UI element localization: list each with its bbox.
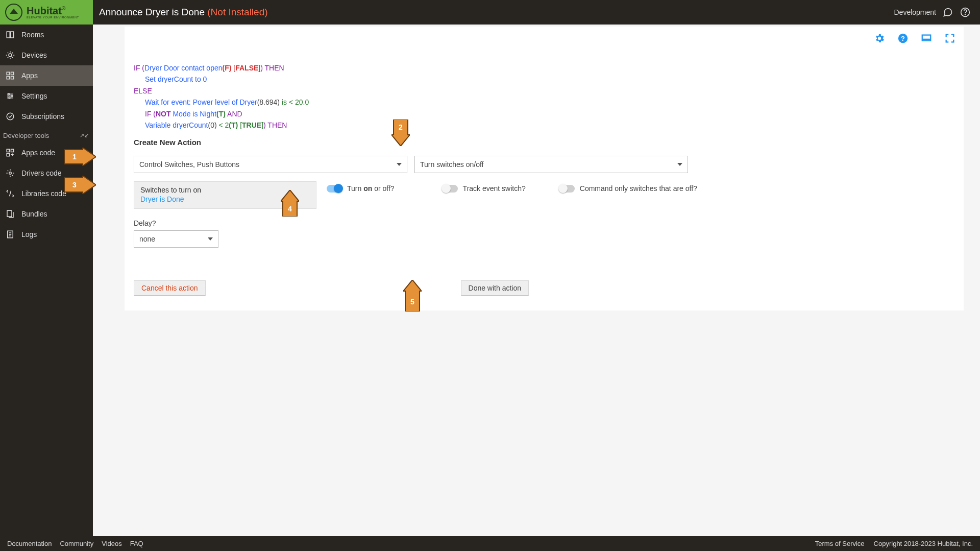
footer-link-documentation[interactable]: Documentation [7,540,52,547]
switches-panel[interactable]: Switches to turn on Dryer is Done [134,181,316,209]
chevron-down-icon [397,163,402,166]
sidebar-item-label: Rooms [21,31,44,39]
select-value: none [139,235,155,243]
help-icon[interactable]: ? [897,33,909,44]
sidebar-item-label: Apps [21,71,38,80]
sidebar-item-label: Bundles [21,210,47,218]
sidebar-item-logs[interactable]: Logs [0,224,93,245]
panel-value: Dryer is Done [140,195,310,203]
dev-tools-header[interactable]: Developer tools ↗↙ [0,127,93,142]
settings-icon [5,91,15,101]
chat-icon[interactable] [942,7,953,18]
page-title: Announce Dryer is Done (Not Installed) [99,7,268,18]
svg-rect-13 [7,149,9,152]
sidebar-item-subscriptions[interactable]: Subscriptions [0,106,93,127]
svg-rect-5 [7,72,9,75]
sidebar-item-label: Settings [21,92,47,100]
footer-link-faq[interactable]: FAQ [130,540,143,547]
svg-rect-3 [11,32,14,38]
devices-icon [5,50,15,60]
footer-tos[interactable]: Terms of Service [815,540,865,547]
sidebar-item-label: Apps code [21,149,55,157]
sidebar-item-label: Libraries code [21,189,66,198]
svg-rect-7 [7,77,9,79]
bundles-icon [5,209,15,219]
done-action-button[interactable]: Done with action [461,280,529,296]
card-tools: ? [874,33,955,44]
action-subtype-select[interactable]: Turn switches on/off [414,156,688,173]
svg-point-10 [11,95,13,97]
panel-title: Switches to turn on [140,186,310,194]
on-off-label: Turn on or off? [347,184,395,193]
logo-wordmark: Hubitat® [27,6,79,16]
rooms-icon [5,30,15,40]
svg-rect-15 [7,154,9,156]
track-event-label: Track event switch? [463,184,526,193]
subscriptions-icon [5,111,15,122]
track-event-toggle[interactable] [443,185,458,193]
svg-point-4 [9,54,12,57]
libraries-code-icon [5,188,15,199]
app-header: Hubitat® ELEVATE YOUR ENVIRONMENT Announ… [0,0,980,25]
delay-select[interactable]: none [134,230,218,248]
footer-link-community[interactable]: Community [60,540,93,547]
section-title: Create New Action [134,138,954,147]
cancel-action-button[interactable]: Cancel this action [134,280,206,296]
gear-icon[interactable] [874,33,885,44]
sidebar-item-label: Logs [21,230,37,238]
command-only-label: Command only switches that are off? [580,184,697,193]
drivers-code-icon [5,168,15,178]
svg-rect-17 [7,210,12,217]
chevron-down-icon [677,163,682,166]
logo-mark-icon [5,4,22,21]
on-off-toggle[interactable] [327,185,342,193]
sidebar-item-bundles[interactable]: Bundles [0,204,93,224]
collapse-icon: ↗↙ [80,132,89,139]
svg-point-9 [8,93,10,95]
sidebar-item-label: Drivers code [21,169,62,177]
svg-rect-14 [11,149,14,152]
svg-rect-6 [11,72,14,75]
sidebar-item-libraries-code[interactable]: Libraries code [0,183,93,204]
logo-tagline: ELEVATE YOUR ENVIRONMENT [27,16,79,19]
svg-point-1 [965,14,966,15]
display-icon[interactable] [921,33,932,44]
sidebar: Rooms Devices Apps Settings Subscription… [0,25,93,536]
footer-link-videos[interactable]: Videos [102,540,122,547]
rule-card: ? IF (Dryer Door contact open(F) [FALSE]… [125,27,964,310]
sidebar-item-apps[interactable]: Apps [0,65,93,86]
select-value: Turn switches on/off [420,160,484,169]
sidebar-item-devices[interactable]: Devices [0,45,93,65]
footer: Documentation Community Videos FAQ Terms… [0,536,980,551]
sidebar-item-label: Devices [21,51,47,59]
install-status: (Not Installed) [207,7,267,17]
select-value: Control Switches, Push Buttons [139,160,239,169]
action-category-select[interactable]: Control Switches, Push Buttons [134,156,407,173]
brand-logo[interactable]: Hubitat® ELEVATE YOUR ENVIRONMENT [0,0,93,25]
main-content: ? IF (Dryer Door contact open(F) [FALSE]… [93,25,980,536]
svg-point-12 [7,113,14,120]
apps-code-icon [5,148,15,158]
chevron-down-icon [208,237,213,241]
help-icon[interactable] [960,7,971,18]
delay-label: Delay? [134,219,954,227]
svg-point-16 [9,172,12,175]
svg-rect-8 [11,77,14,79]
svg-point-11 [9,97,10,99]
svg-rect-2 [7,32,10,38]
sidebar-item-label: Subscriptions [21,112,64,121]
sidebar-item-settings[interactable]: Settings [0,86,93,106]
command-only-toggle[interactable] [559,185,575,193]
footer-copyright: Copyright 2018-2023 Hubitat, Inc. [874,540,973,547]
env-label: Development [894,8,937,16]
logs-icon [5,229,15,239]
apps-icon [5,70,15,81]
sidebar-item-drivers-code[interactable]: Drivers code [0,163,93,183]
rule-expression: IF (Dryer Door contact open(F) [FALSE]) … [134,62,954,131]
fullscreen-icon[interactable] [944,33,955,44]
dev-tools-label: Developer tools [3,132,49,139]
svg-text:?: ? [901,35,905,42]
sidebar-item-rooms[interactable]: Rooms [0,25,93,45]
sidebar-item-apps-code[interactable]: Apps code [0,142,93,163]
